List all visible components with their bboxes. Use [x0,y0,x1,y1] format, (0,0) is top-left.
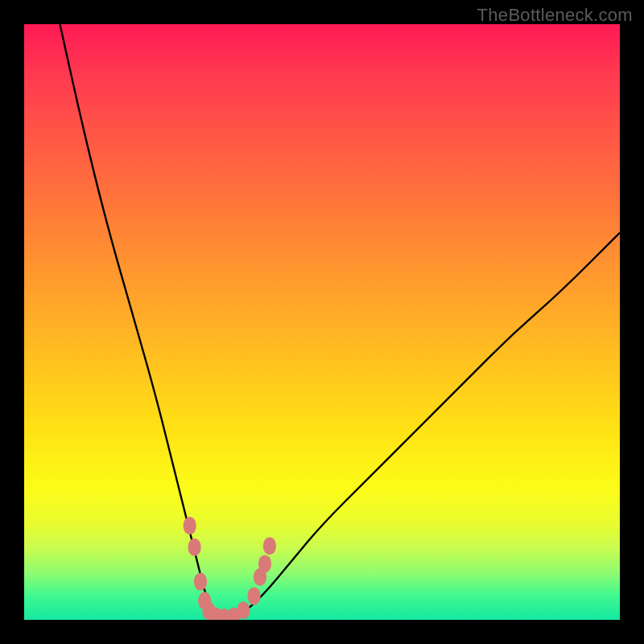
data-point [248,587,261,605]
data-point [258,555,271,572]
plot-area [24,24,620,620]
data-point [188,539,201,556]
data-point-markers [184,517,276,620]
data-point [263,537,276,555]
watermark-text: TheBottleneck.com [477,5,633,26]
data-point [194,573,207,591]
curve-layer [24,24,620,620]
v-curve [60,24,620,618]
chart-frame: TheBottleneck.com [0,0,644,644]
data-point [237,601,250,619]
data-point [184,517,196,535]
